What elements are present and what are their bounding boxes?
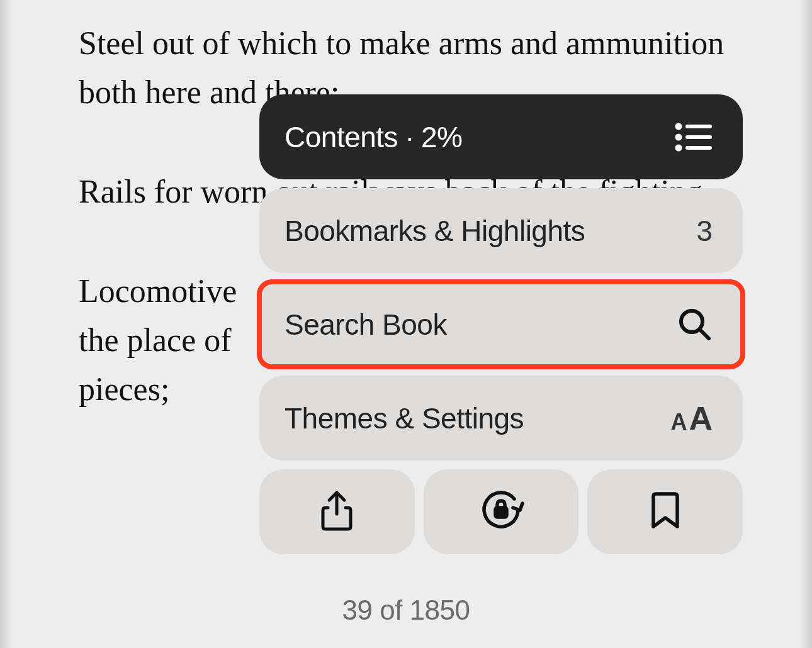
font-size-icon: AA [670, 399, 713, 437]
svg-point-4 [677, 146, 680, 149]
contents-label: Contents · 2% [285, 120, 462, 154]
share-icon [319, 490, 354, 534]
search-book-button[interactable]: Search Book [259, 282, 743, 367]
page-right-edge [799, 0, 812, 648]
search-label: Search Book [285, 308, 447, 342]
svg-point-2 [677, 135, 680, 138]
orientation-lock-button[interactable] [424, 469, 579, 554]
svg-line-7 [700, 330, 709, 338]
reader-menu-panel: Contents · 2% Bookmarks & Highlights 3 S… [259, 94, 743, 554]
svg-point-0 [677, 125, 680, 128]
search-icon [677, 307, 713, 342]
contents-button[interactable]: Contents · 2% [259, 94, 743, 179]
list-icon [675, 121, 713, 153]
share-button[interactable] [259, 469, 415, 554]
themes-label: Themes & Settings [285, 401, 524, 435]
bookmarks-highlights-button[interactable]: Bookmarks & Highlights 3 [259, 188, 743, 273]
bookmarks-label: Bookmarks & Highlights [285, 214, 585, 248]
bookmark-icon [651, 491, 680, 533]
bookmarks-count: 3 [696, 214, 713, 248]
themes-settings-button[interactable]: Themes & Settings AA [259, 376, 743, 461]
page-left-edge [0, 0, 13, 648]
action-row [259, 469, 743, 554]
page-indicator: 39 of 1850 [0, 595, 812, 626]
bookmark-button[interactable] [587, 469, 743, 554]
rotation-lock-icon [476, 489, 526, 535]
